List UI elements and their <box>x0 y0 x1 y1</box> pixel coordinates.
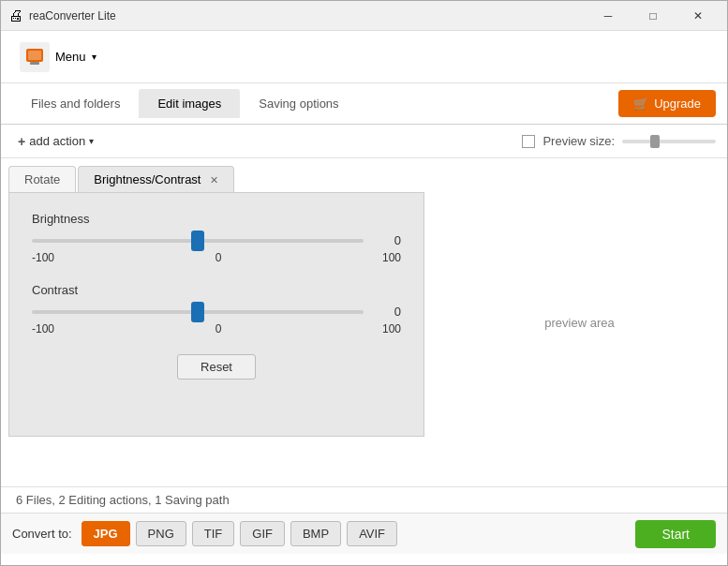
plus-icon: + <box>18 134 25 149</box>
subtab-brightness[interactable]: Brightness/Contrast ✕ <box>78 166 234 192</box>
statusbar: 6 Files, 2 Editing actions, 1 Saving pat… <box>1 486 727 513</box>
main-content: Rotate Brightness/Contrast ✕ Brightness … <box>1 158 727 486</box>
start-button[interactable]: Start <box>635 520 716 548</box>
svg-rect-1 <box>28 51 41 60</box>
brightness-value: 0 <box>373 233 401 247</box>
actionbar: + add action ▾ Preview size: <box>1 125 727 158</box>
format-jpg-button[interactable]: JPG <box>82 521 130 546</box>
contrast-group: Contrast 0 -100 0 100 <box>32 283 401 335</box>
preview-size-slider-track <box>622 140 716 143</box>
svg-rect-2 <box>30 62 39 65</box>
brightness-label: Brightness <box>32 212 401 226</box>
tab-save[interactable]: Saving options <box>240 89 357 118</box>
app-title: reaConverter Lite <box>29 9 116 22</box>
preview-size-label: Preview size: <box>542 134 615 148</box>
minimize-button[interactable]: ─ <box>587 1 630 31</box>
subtab-bar: Rotate Brightness/Contrast ✕ <box>8 166 424 193</box>
preview-panel: preview area <box>432 158 727 486</box>
brightness-markers: -100 0 100 <box>32 251 401 264</box>
brightness-group: Brightness 0 -100 0 100 <box>32 212 401 264</box>
format-png-button[interactable]: PNG <box>136 521 186 546</box>
add-action-label: add action <box>29 134 85 148</box>
contrast-markers: -100 0 100 <box>32 322 401 335</box>
subtab-brightness-close[interactable]: ✕ <box>210 174 218 186</box>
menubar: Menu ▾ <box>1 31 727 83</box>
preview-size-checkbox[interactable] <box>522 135 535 148</box>
preview-area-label: preview area <box>544 316 614 330</box>
subtab-rotate[interactable]: Rotate <box>8 166 76 192</box>
add-action-chevron: ▾ <box>89 136 94 146</box>
status-text: 6 Files, 2 Editing actions, 1 Saving pat… <box>16 493 230 507</box>
format-tif-button[interactable]: TIF <box>192 521 235 546</box>
upgrade-label: Upgrade <box>654 97 701 111</box>
editor-panel: Rotate Brightness/Contrast ✕ Brightness … <box>1 158 432 486</box>
cart-icon: 🛒 <box>633 97 648 111</box>
contrast-slider[interactable] <box>32 310 364 314</box>
close-button[interactable]: ✕ <box>676 1 720 31</box>
menu-app-icon <box>20 42 50 72</box>
upgrade-button[interactable]: 🛒 Upgrade <box>618 90 716 117</box>
contrast-slider-row: 0 <box>32 305 401 319</box>
format-bmp-button[interactable]: BMP <box>290 521 341 546</box>
brightness-center: 0 <box>215 251 222 264</box>
contrast-label: Contrast <box>32 283 401 297</box>
tab-files[interactable]: Files and folders <box>12 89 139 118</box>
add-action-button[interactable]: + add action ▾ <box>12 132 99 151</box>
menu-label: Menu <box>55 50 86 64</box>
titlebar: 🖨 reaConverter Lite ─ □ ✕ <box>1 1 727 31</box>
edit-area: Brightness 0 -100 0 100 Contrast 0 <box>8 193 424 437</box>
preview-size-area: Preview size: <box>522 134 716 148</box>
tab-edit[interactable]: Edit images <box>139 89 240 118</box>
brightness-slider[interactable] <box>32 239 364 243</box>
menu-chevron: ▾ <box>92 52 97 62</box>
brightness-slider-row: 0 <box>32 233 401 247</box>
convertbar: Convert to: JPG PNG TIF GIF BMP AVIF Sta… <box>1 513 727 554</box>
menu-button[interactable]: Menu ▾ <box>12 38 104 76</box>
contrast-max: 100 <box>382 322 401 335</box>
convert-label: Convert to: <box>12 527 72 541</box>
window-controls: ─ □ ✕ <box>587 1 720 31</box>
format-gif-button[interactable]: GIF <box>240 521 285 546</box>
app-icon: 🖨 <box>8 7 23 24</box>
contrast-min: -100 <box>32 322 54 335</box>
preview-size-slider-thumb[interactable] <box>650 135 660 148</box>
nav-tabbar: Files and folders Edit images Saving opt… <box>1 83 727 125</box>
contrast-center: 0 <box>215 322 222 335</box>
maximize-button[interactable]: □ <box>631 1 675 31</box>
brightness-min: -100 <box>32 251 54 264</box>
reset-button[interactable]: Reset <box>177 354 256 380</box>
brightness-max: 100 <box>382 251 401 264</box>
format-avif-button[interactable]: AVIF <box>347 521 397 546</box>
contrast-value: 0 <box>373 305 401 319</box>
